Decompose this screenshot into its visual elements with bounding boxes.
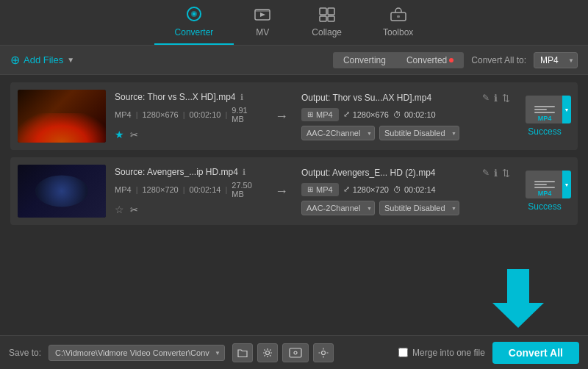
audio-select-wrap-2: AAC-2Channel AAC-6Channel MP3: [301, 201, 375, 215]
output-selects-1: AAC-2Channel AAC-6Channel MP3 Subtitle D…: [301, 126, 510, 140]
star-icon-2[interactable]: ☆: [115, 204, 124, 215]
mv-icon: [254, 7, 270, 24]
mp4-format-label-1: MP4: [538, 115, 552, 122]
mp4-format-label-2: MP4: [538, 190, 552, 197]
path-select[interactable]: C:\Vidmore\Vidmore Video Converter\Conve…: [49, 345, 225, 361]
plus-icon: ⊕: [10, 53, 20, 67]
merge-check[interactable]: Merge into one file: [398, 348, 485, 358]
edit-icon-1[interactable]: ✎: [482, 93, 490, 103]
source-info-icon-1[interactable]: ℹ: [240, 93, 243, 101]
grid-icon-1: ⊞: [307, 110, 313, 118]
source-info-icon-2[interactable]: ℹ: [243, 168, 245, 176]
svg-rect-8: [320, 16, 326, 21]
video-source-1: Source: Thor vs S...X HD].mp4 ℹ: [115, 92, 262, 102]
success-text-1: Success: [528, 126, 561, 137]
subtitle-select-wrap-1: Subtitle Disabled Subtitle Enabled: [379, 126, 459, 140]
edit-icon-2[interactable]: ✎: [482, 168, 490, 178]
nav-mv[interactable]: MV: [234, 3, 291, 45]
main-content: Source: Thor vs S...X HD].mp4 ℹ MP4 | 12…: [0, 75, 588, 335]
toolbox-icon: [390, 7, 406, 24]
nav-toolbox-label: Toolbox: [383, 27, 413, 37]
mp4-dropdown-1[interactable]: ▼: [562, 96, 571, 123]
path-select-wrap: C:\Vidmore\Vidmore Video Converter\Conve…: [49, 345, 225, 361]
video-item-1: Source: Thor vs S...X HD].mp4 ℹ MP4 | 12…: [10, 82, 578, 150]
audio-select-wrap-1: AAC-2Channel AAC-6Channel MP3: [301, 126, 375, 140]
grid-icon-2: ⊞: [307, 185, 313, 193]
nav-mv-label: MV: [256, 27, 269, 37]
folder-icon-btn[interactable]: [232, 343, 253, 362]
audio-select-2[interactable]: AAC-2Channel AAC-6Channel MP3: [301, 201, 375, 215]
converted-dot: [449, 58, 453, 62]
audio-select-1[interactable]: AAC-2Channel AAC-6Channel MP3: [301, 126, 375, 140]
output-filename-1: Output: Thor vs Su...AX HD].mp4: [301, 93, 478, 103]
mp4-dropdown-2[interactable]: ▼: [562, 171, 571, 198]
output-header-1: Output: Thor vs Su...AX HD].mp4 ✎ ℹ ⇅: [301, 93, 510, 104]
output-info-btn-2[interactable]: ℹ: [494, 168, 498, 179]
mp4-dropdown-arrow-1: ▼: [564, 107, 570, 112]
add-output-btn-1[interactable]: ⇅: [502, 93, 510, 104]
nav-converter-label: Converter: [175, 27, 214, 37]
mp4-dropdown-arrow-2: ▼: [564, 182, 570, 187]
merge-checkbox[interactable]: [398, 348, 408, 357]
format-badge-1: ⊞ MP4: [301, 108, 339, 121]
gear-dropdown-btn[interactable]: [313, 343, 334, 362]
svg-rect-6: [320, 8, 326, 15]
res-badge-2: ⤢ 1280×720: [343, 184, 389, 194]
svg-marker-4: [260, 12, 265, 17]
add-files-label: Add Files: [24, 54, 63, 65]
nav-collage[interactable]: Collage: [291, 3, 362, 45]
export-icon-btn[interactable]: [282, 343, 309, 362]
format-select[interactable]: MP4 MKV AVI MOV WMV: [534, 52, 578, 68]
video-item-2: Source: Avengers_...ip HD.mp4 ℹ MP4 | 12…: [10, 157, 578, 225]
fire-effect: [18, 113, 106, 143]
arrow-shaft: [507, 269, 529, 303]
cut-icon-1[interactable]: ✂: [130, 129, 138, 140]
cut-icon-2[interactable]: ✂: [130, 204, 138, 215]
mp4-thumb-2: MP4 ▼: [526, 171, 564, 198]
arrow-decoration: [492, 269, 544, 328]
output-section-1: Output: Thor vs Su...AX HD].mp4 ✎ ℹ ⇅ ⊞ …: [301, 93, 510, 140]
video-info-2: Source: Avengers_...ip HD.mp4 ℹ MP4 | 12…: [115, 167, 262, 215]
success-text-2: Success: [528, 201, 561, 212]
nav-toolbox[interactable]: Toolbox: [362, 3, 434, 45]
video-thumb-2: [18, 165, 106, 218]
tab-converted[interactable]: Converted: [396, 52, 464, 68]
add-files-button[interactable]: ⊕ Add Files ▼: [10, 53, 74, 67]
expand-icon-2: ⤢: [343, 184, 350, 194]
success-section-1: MP4 ▼ Success: [519, 96, 570, 137]
time-badge-1: ⏱ 00:02:10: [393, 110, 436, 119]
video-meta-1: MP4 | 1280×676 | 00:02:10 | 9.91 MB: [115, 106, 262, 123]
video-meta-2: MP4 | 1280×720 | 00:02:14 | 27.50 MB: [115, 181, 262, 198]
output-info-btn-1[interactable]: ℹ: [494, 93, 498, 104]
subtitle-select-1[interactable]: Subtitle Disabled Subtitle Enabled: [379, 126, 459, 140]
video-thumb-1: [18, 90, 106, 143]
star-icon-1[interactable]: ★: [115, 129, 124, 140]
video-actions-1: ★ ✂: [115, 129, 262, 140]
convert-all-button[interactable]: Convert All: [492, 342, 579, 364]
svg-point-14: [294, 351, 297, 354]
settings-icon-btn[interactable]: [257, 343, 278, 362]
convert-all-to-label: Convert All to:: [471, 55, 526, 65]
arrow-sep-1: →: [270, 109, 293, 124]
bottom-bar: Save to: C:\Vidmore\Vidmore Video Conver…: [0, 335, 588, 369]
toolbar: ⊕ Add Files ▼ Converting Converted Conve…: [0, 46, 588, 75]
thumb-inner-1: [18, 90, 106, 143]
subtitle-select-2[interactable]: Subtitle Disabled Subtitle Enabled: [379, 201, 459, 215]
merge-label: Merge into one file: [412, 348, 485, 358]
mp4-thumb-1: MP4 ▼: [526, 96, 564, 123]
svg-rect-9: [328, 16, 334, 21]
arrow-sep-2: →: [270, 184, 293, 199]
output-controls-1: ⊞ MP4 ⤢ 1280×676 ⏱ 00:02:10: [301, 108, 510, 121]
svg-point-15: [322, 351, 326, 354]
nav-converter[interactable]: Converter: [154, 1, 234, 45]
subtitle-select-wrap-2: Subtitle Disabled Subtitle Enabled: [379, 201, 459, 215]
clock-icon-1: ⏱: [393, 110, 401, 119]
video-actions-2: ☆ ✂: [115, 204, 262, 215]
add-output-btn-2[interactable]: ⇅: [502, 168, 510, 179]
output-filename-2: Output: Avengers_E... HD (2).mp4: [301, 168, 478, 178]
tab-converting[interactable]: Converting: [333, 52, 396, 68]
svg-rect-5: [255, 10, 270, 12]
svg-rect-13: [290, 348, 301, 357]
add-files-dropdown-arrow: ▼: [67, 56, 74, 64]
big-arrow-down: [492, 269, 544, 328]
